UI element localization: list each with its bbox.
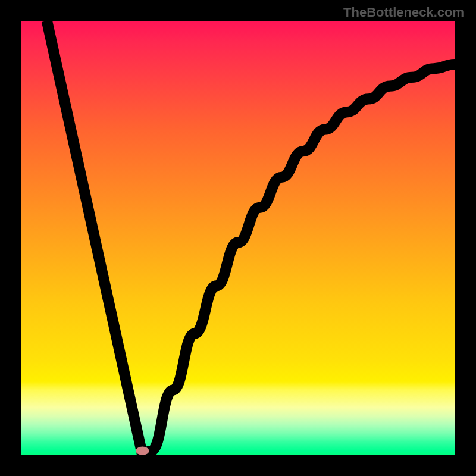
chart-svg [21, 21, 455, 455]
watermark-text: TheBottleneck.com [343, 5, 464, 20]
minimum-point-marker [136, 446, 149, 455]
chart-plot-area [21, 21, 455, 455]
bottleneck-curve [47, 21, 455, 455]
